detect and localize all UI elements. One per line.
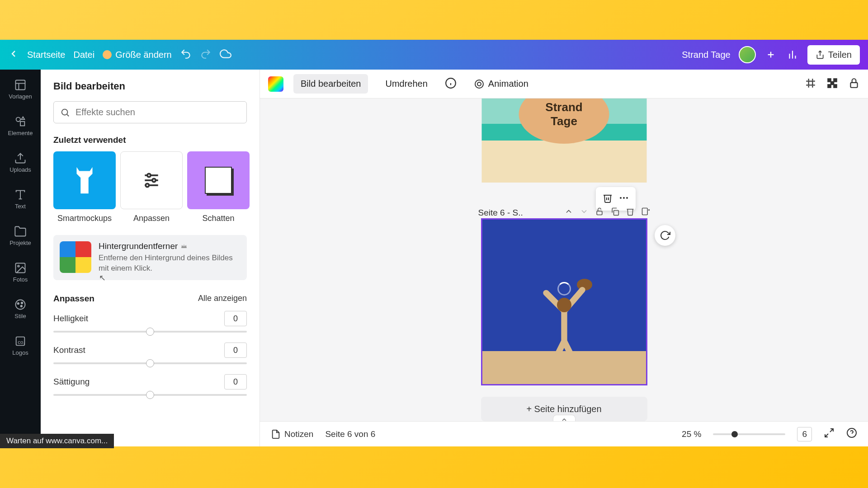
svg-line-23 <box>67 114 69 116</box>
nav-styles[interactable]: Stile <box>0 295 41 323</box>
nav-text[interactable]: Text <box>0 185 41 213</box>
adjust-header: Anpassen <box>53 294 94 304</box>
lock-icon[interactable] <box>848 77 860 91</box>
undo-icon[interactable] <box>180 48 192 61</box>
nav-text-label: Text <box>15 203 26 210</box>
edit-panel: Bild bearbeiten Zuletzt verwendet Smartm… <box>41 70 260 446</box>
transparency-icon[interactable] <box>826 77 838 91</box>
refresh-button[interactable] <box>655 225 675 246</box>
browser-status: Warten auf www.canva.com... <box>0 434 114 448</box>
nav-projects[interactable]: Projekte <box>0 221 41 250</box>
saturation-control: Sättigung0 <box>53 374 247 396</box>
svg-text:co.: co. <box>18 339 25 345</box>
svg-point-22 <box>62 109 68 115</box>
recent-label: Zuletzt verwendet <box>53 135 247 145</box>
contrast-control: Kontrast0 <box>53 343 247 364</box>
recent-smartmockups-label: Smartmockups <box>53 214 116 223</box>
side-nav-rail: Vorlagen Elemente Uploads Text Projekte … <box>0 70 41 446</box>
user-avatar[interactable] <box>739 46 756 63</box>
saturation-label: Sättigung <box>53 377 90 387</box>
fullscreen-icon[interactable] <box>824 427 835 441</box>
recent-adjust[interactable]: Anpassen <box>120 151 183 223</box>
edit-image-button[interactable]: Bild bearbeiten <box>293 74 368 94</box>
svg-point-25 <box>147 174 151 177</box>
animation-button[interactable]: Animation <box>467 74 536 94</box>
brightness-slider[interactable] <box>53 331 247 333</box>
nav-projects-label: Projekte <box>9 239 31 246</box>
recent-shadow[interactable]: Schatten <box>187 151 250 223</box>
back-icon[interactable] <box>8 48 19 61</box>
brightness-label: Helligkeit <box>53 314 88 324</box>
insights-icon[interactable] <box>786 48 799 61</box>
document-title[interactable]: Strand Tage <box>682 50 731 60</box>
add-user-icon[interactable] <box>764 48 778 61</box>
background-remover[interactable]: Hintergrundentferner Entferne den Hinter… <box>53 235 247 280</box>
svg-point-18 <box>21 302 23 304</box>
position-icon[interactable] <box>805 77 816 91</box>
nav-templates[interactable]: Vorlagen <box>0 75 41 103</box>
svg-point-50 <box>557 298 571 312</box>
svg-rect-45 <box>597 211 602 215</box>
share-label: Teilen <box>828 50 852 60</box>
svg-line-52 <box>825 434 828 437</box>
brightness-value[interactable]: 0 <box>224 311 247 326</box>
recent-smartmockups[interactable]: Smartmockups <box>53 151 116 223</box>
expand-thumbnails[interactable] <box>553 415 576 421</box>
move-up-icon[interactable] <box>564 207 573 218</box>
saturation-value[interactable]: 0 <box>224 374 247 389</box>
effects-search-input[interactable] <box>75 107 240 117</box>
page-5-thumbnail[interactable]: StrandTage <box>481 99 646 183</box>
page-6-canvas[interactable] <box>481 218 647 385</box>
info-icon[interactable] <box>445 77 457 91</box>
lock-page-icon[interactable] <box>595 207 604 218</box>
redo-icon[interactable] <box>200 48 212 61</box>
contrast-slider[interactable] <box>53 362 247 364</box>
delete-page-icon[interactable] <box>600 191 615 207</box>
help-icon[interactable] <box>846 427 857 441</box>
nav-logos-label: Logos <box>12 349 28 356</box>
animation-label: Animation <box>488 79 528 89</box>
svg-point-43 <box>623 197 625 199</box>
resize-button[interactable]: Größe ändern <box>103 50 172 60</box>
zoom-percent[interactable]: 25 % <box>682 429 701 439</box>
zoom-knob[interactable] <box>731 431 738 437</box>
top-toolbar: Startseite Datei Größe ändern Strand Tag… <box>0 40 868 70</box>
flip-button[interactable]: Umdrehen <box>378 74 434 94</box>
share-button[interactable]: Teilen <box>807 45 860 65</box>
file-menu[interactable]: Datei <box>73 50 94 60</box>
svg-rect-40 <box>834 84 837 88</box>
nav-elements[interactable]: Elemente <box>0 112 41 140</box>
more-icon[interactable] <box>617 191 631 207</box>
slider-knob[interactable] <box>146 391 154 399</box>
nav-templates-label: Vorlagen <box>9 93 32 100</box>
effects-search[interactable] <box>53 101 247 123</box>
slider-knob[interactable] <box>146 328 154 336</box>
duplicate-page-icon[interactable] <box>610 207 619 218</box>
nav-logos[interactable]: co.Logos <box>0 331 41 360</box>
cloud-sync-icon[interactable] <box>220 48 231 61</box>
delete-page-icon[interactable] <box>626 207 635 218</box>
page-6-header: Seite 6 - S.. <box>478 207 650 218</box>
nav-uploads-label: Uploads <box>9 166 31 173</box>
page-6-label[interactable]: Seite 6 - S.. <box>478 208 523 218</box>
slider-knob[interactable] <box>146 359 154 367</box>
svg-rect-35 <box>809 81 813 85</box>
notes-button[interactable]: Notizen <box>271 429 313 439</box>
contrast-value[interactable]: 0 <box>224 343 247 358</box>
nav-photos[interactable]: Fotos <box>0 258 41 286</box>
add-page-icon[interactable] <box>641 207 650 218</box>
svg-point-19 <box>21 305 23 307</box>
canvas-viewport[interactable]: StrandTage Seite 6 - S.. <box>260 99 868 421</box>
nav-elements-label: Elemente <box>8 130 33 136</box>
nav-uploads[interactable]: Uploads <box>0 148 41 177</box>
zoom-slider[interactable] <box>713 433 785 435</box>
home-link[interactable]: Startseite <box>27 50 65 60</box>
move-down-icon[interactable] <box>580 207 589 218</box>
resize-label: Größe ändern <box>115 50 172 60</box>
saturation-slider[interactable] <box>53 394 247 396</box>
canvas-area: Bild bearbeiten Umdrehen Animation Stran… <box>260 70 868 446</box>
adjust-show-all[interactable]: Alle anzeigen <box>198 294 247 303</box>
color-picker[interactable] <box>268 76 283 92</box>
svg-point-29 <box>146 183 149 187</box>
grid-view-button[interactable]: 6 <box>797 427 812 441</box>
